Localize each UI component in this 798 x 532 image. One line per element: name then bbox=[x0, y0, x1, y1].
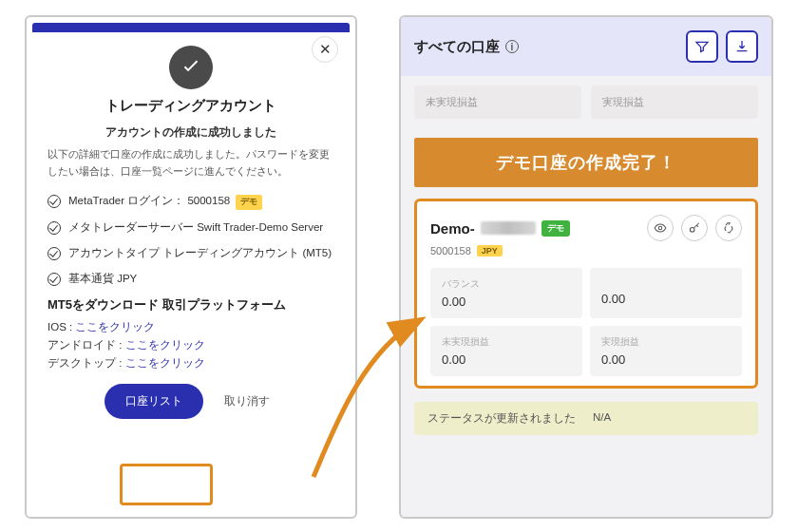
download-ios-row: IOS : ここをクリック bbox=[48, 320, 334, 334]
demo-badge-green: デモ bbox=[542, 220, 570, 237]
realized-value: 0.00 bbox=[601, 352, 731, 367]
download-icon bbox=[734, 39, 750, 54]
account-id: 5000158 bbox=[430, 245, 471, 256]
modal-description: 以下の詳細で口座の作成に成功しました。パスワードを変更したい場合は、口座一覧ペー… bbox=[48, 146, 334, 180]
download-heading: MT5をダウンロード 取引プラットフォーム bbox=[48, 296, 334, 314]
account-name: Demo- デモ bbox=[430, 220, 570, 237]
modal-title: トレーディングアカウント bbox=[48, 97, 334, 115]
download-desktop-row: デスクトップ : ここをクリック bbox=[48, 356, 334, 370]
close-icon: ✕ bbox=[319, 41, 332, 58]
account-list-button[interactable]: 口座リスト bbox=[104, 384, 203, 419]
detail-row-currency: 基本通貨 JPY bbox=[48, 271, 334, 287]
page-title-text: すべての口座 bbox=[414, 38, 500, 56]
view-button[interactable] bbox=[647, 215, 674, 241]
unrealized-pnl-label: 未実現損益 bbox=[414, 86, 581, 119]
ios-label: IOS : bbox=[48, 321, 72, 332]
account-card-header: Demo- デモ bbox=[430, 215, 742, 241]
key-button[interactable] bbox=[681, 215, 708, 241]
check-icon bbox=[48, 195, 61, 208]
currency-badge: JPY bbox=[477, 245, 503, 256]
pnl-summary-row: 未実現損益 実現損益 bbox=[401, 76, 771, 128]
acct-type-text: アカウントタイプ トレーディングアカウント (MT5) bbox=[68, 245, 332, 261]
server-text: メタトレーダーサーバー Swift Trader-Demo Server bbox=[68, 219, 323, 236]
account-actions bbox=[647, 215, 742, 241]
balance-cell: バランス 0.00 bbox=[430, 268, 582, 318]
balance-value: 0.00 bbox=[442, 294, 571, 309]
status-label: ステータスが更新されました bbox=[428, 411, 576, 426]
login-value: 5000158 bbox=[187, 195, 230, 206]
android-label: アンドロイド : bbox=[48, 339, 122, 351]
checkmark-badge-icon bbox=[169, 46, 213, 89]
modal-subtitle: アカウントの作成に成功しました bbox=[48, 124, 334, 141]
account-stats-grid: バランス 0.00 0.00 未実現損益 0.00 実現損益 0.00 bbox=[430, 268, 742, 376]
balance-label: バランス bbox=[442, 277, 571, 291]
info-icon[interactable]: i bbox=[505, 40, 519, 53]
export-button[interactable] bbox=[726, 30, 758, 63]
modal-actions: 口座リスト 取り消す bbox=[48, 384, 334, 419]
success-modal: ✕ トレーディングアカウント アカウントの作成に成功しました 以下の詳細で口座の… bbox=[25, 15, 357, 519]
svg-point-0 bbox=[658, 226, 662, 230]
download-android-row: アンドロイド : ここをクリック bbox=[48, 338, 334, 352]
funnel-icon bbox=[694, 39, 710, 54]
android-download-link[interactable]: ここをクリック bbox=[125, 339, 205, 351]
status-value: N/A bbox=[593, 411, 611, 426]
detail-row-type: アカウントタイプ トレーディングアカウント (MT5) bbox=[48, 245, 334, 261]
detail-row-login: MetaTrader ログイン： 5000158 デモ bbox=[48, 193, 334, 210]
account-details-list: MetaTrader ログイン： 5000158 デモ メタトレーダーサーバー … bbox=[48, 193, 334, 287]
account-name-prefix: Demo- bbox=[430, 220, 475, 237]
realized-pnl-label: 実現損益 bbox=[591, 86, 758, 119]
stat2-label bbox=[601, 277, 731, 288]
check-icon bbox=[48, 247, 61, 260]
currency-text: 基本通貨 JPY bbox=[68, 271, 137, 287]
unrealized-cell: 未実現損益 0.00 bbox=[430, 326, 582, 376]
account-subline: 5000158 JPY bbox=[430, 245, 742, 256]
check-icon bbox=[48, 273, 61, 286]
detail-row-server: メタトレーダーサーバー Swift Trader-Demo Server bbox=[48, 219, 334, 236]
page-title: すべての口座 i bbox=[414, 38, 519, 56]
desktop-download-link[interactable]: ここをクリック bbox=[125, 357, 205, 369]
account-card[interactable]: Demo- デモ 5000158 JPY バランス bbox=[414, 199, 758, 389]
realized-cell: 実現損益 0.00 bbox=[590, 326, 742, 376]
accounts-header: すべての口座 i bbox=[401, 17, 771, 76]
accounts-page: すべての口座 i 未実現損益 実現損益 デモ口座の作成完了！ Demo- デモ bbox=[399, 15, 773, 519]
header-actions bbox=[686, 30, 758, 63]
status-row: ステータスが更新されました N/A bbox=[414, 402, 758, 435]
unrealized-label: 未実現損益 bbox=[442, 335, 571, 349]
demo-badge: デモ bbox=[236, 195, 262, 210]
completion-banner: デモ口座の作成完了！ bbox=[414, 138, 758, 187]
unrealized-value: 0.00 bbox=[442, 352, 571, 367]
modal-body: ✕ トレーディングアカウント アカウントの作成に成功しました 以下の詳細で口座の… bbox=[27, 17, 355, 517]
recycle-icon bbox=[722, 221, 735, 235]
svg-point-1 bbox=[690, 227, 694, 232]
realized-label: 実現損益 bbox=[601, 335, 731, 349]
account-name-redacted bbox=[481, 221, 536, 235]
stat2-value: 0.00 bbox=[601, 292, 731, 306]
stat-cell-2: 0.00 bbox=[590, 268, 742, 318]
close-button[interactable]: ✕ bbox=[312, 36, 338, 63]
modal-top-stripe bbox=[32, 23, 350, 32]
login-label: MetaTrader ログイン： bbox=[68, 195, 184, 206]
check-icon bbox=[48, 221, 61, 235]
refresh-button[interactable] bbox=[715, 215, 742, 241]
ios-download-link[interactable]: ここをクリック bbox=[75, 321, 155, 332]
filter-button[interactable] bbox=[686, 30, 718, 63]
eye-icon bbox=[654, 221, 667, 235]
desktop-label: デスクトップ : bbox=[48, 357, 122, 369]
cancel-button[interactable]: 取り消す bbox=[217, 384, 277, 419]
key-icon bbox=[688, 221, 701, 235]
